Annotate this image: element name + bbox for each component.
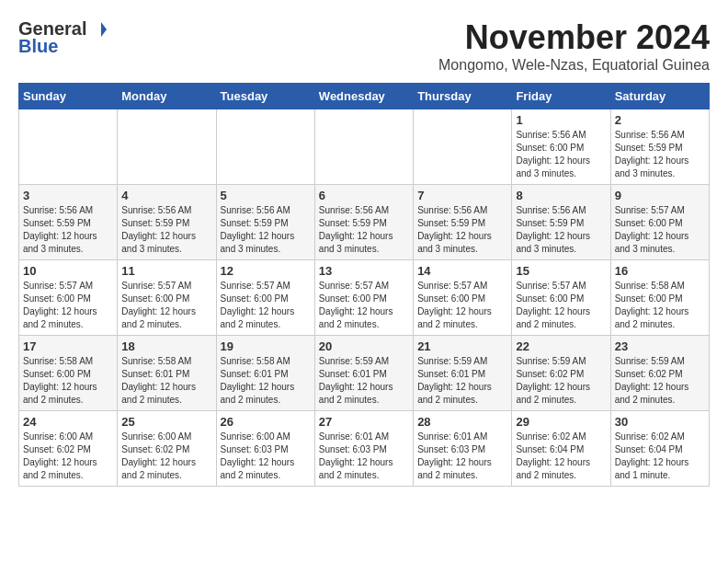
cell-info: Sunrise: 5:59 AM Sunset: 6:01 PM Dayligh…: [319, 355, 409, 407]
location-title: Mongomo, Wele-Nzas, Equatorial Guinea: [438, 57, 710, 74]
day-number: 17: [23, 339, 113, 353]
day-number: 2: [615, 113, 705, 127]
week-row-0: 1Sunrise: 5:56 AM Sunset: 6:00 PM Daylig…: [19, 109, 710, 185]
cell-info: Sunrise: 6:00 AM Sunset: 6:02 PM Dayligh…: [121, 431, 211, 482]
cell-info: Sunrise: 5:57 AM Sunset: 6:00 PM Dayligh…: [121, 280, 211, 331]
day-number: 28: [417, 415, 507, 429]
calendar-cell: 7Sunrise: 5:56 AM Sunset: 5:59 PM Daylig…: [414, 185, 512, 260]
cell-info: Sunrise: 5:56 AM Sunset: 6:00 PM Dayligh…: [516, 129, 606, 180]
cell-info: Sunrise: 5:58 AM Sunset: 6:01 PM Dayligh…: [221, 355, 311, 407]
day-number: 7: [417, 189, 507, 202]
weekday-header-saturday: Saturday: [610, 84, 709, 109]
day-number: 19: [221, 339, 311, 353]
calendar-cell: 30Sunrise: 6:02 AM Sunset: 6:04 PM Dayli…: [610, 411, 709, 487]
day-number: 24: [23, 415, 113, 429]
cell-info: Sunrise: 6:01 AM Sunset: 6:03 PM Dayligh…: [319, 431, 409, 482]
calendar-cell: 18Sunrise: 5:58 AM Sunset: 6:01 PM Dayli…: [118, 336, 216, 411]
calendar-cell: 17Sunrise: 5:58 AM Sunset: 6:00 PM Dayli…: [19, 336, 118, 411]
day-number: 25: [121, 415, 211, 429]
day-number: 22: [516, 339, 606, 353]
logo: General Blue: [18, 18, 107, 57]
calendar-cell: 10Sunrise: 5:57 AM Sunset: 6:00 PM Dayli…: [19, 260, 118, 336]
calendar-cell: 21Sunrise: 5:59 AM Sunset: 6:01 PM Dayli…: [414, 336, 512, 411]
weekday-header-sunday: Sunday: [19, 84, 118, 109]
weekday-header-monday: Monday: [118, 84, 216, 109]
day-number: 9: [615, 189, 705, 202]
weekday-header-friday: Friday: [512, 84, 610, 109]
header: General Blue November 2024 Mongomo, Wele…: [18, 18, 710, 74]
cell-info: Sunrise: 5:58 AM Sunset: 6:00 PM Dayligh…: [23, 355, 113, 407]
calendar-table: SundayMondayTuesdayWednesdayThursdayFrid…: [18, 83, 710, 487]
cell-info: Sunrise: 6:00 AM Sunset: 6:03 PM Dayligh…: [221, 431, 311, 482]
cell-info: Sunrise: 5:57 AM Sunset: 6:00 PM Dayligh…: [23, 280, 113, 331]
cell-info: Sunrise: 5:58 AM Sunset: 6:01 PM Dayligh…: [121, 355, 211, 407]
calendar-cell: [414, 109, 512, 185]
calendar-cell: 28Sunrise: 6:01 AM Sunset: 6:03 PM Dayli…: [414, 411, 512, 487]
day-number: 23: [615, 339, 705, 353]
cell-info: Sunrise: 6:01 AM Sunset: 6:03 PM Dayligh…: [417, 431, 507, 482]
day-number: 30: [615, 415, 705, 429]
day-number: 29: [516, 415, 606, 429]
cell-info: Sunrise: 6:02 AM Sunset: 6:04 PM Dayligh…: [615, 431, 705, 482]
day-number: 15: [516, 264, 606, 278]
week-row-4: 24Sunrise: 6:00 AM Sunset: 6:02 PM Dayli…: [19, 411, 710, 487]
cell-info: Sunrise: 5:57 AM Sunset: 6:00 PM Dayligh…: [615, 204, 705, 256]
calendar-cell: 3Sunrise: 5:56 AM Sunset: 5:59 PM Daylig…: [19, 185, 118, 260]
calendar-cell: [19, 109, 118, 185]
cell-info: Sunrise: 5:56 AM Sunset: 5:59 PM Dayligh…: [615, 129, 705, 180]
calendar-cell: 5Sunrise: 5:56 AM Sunset: 5:59 PM Daylig…: [216, 185, 314, 260]
calendar-cell: 16Sunrise: 5:58 AM Sunset: 6:00 PM Dayli…: [610, 260, 709, 336]
cell-info: Sunrise: 5:58 AM Sunset: 6:00 PM Dayligh…: [615, 280, 705, 331]
weekday-header-row: SundayMondayTuesdayWednesdayThursdayFrid…: [19, 84, 710, 109]
day-number: 13: [319, 264, 409, 278]
cell-info: Sunrise: 5:57 AM Sunset: 6:00 PM Dayligh…: [417, 280, 507, 331]
weekday-header-wednesday: Wednesday: [314, 84, 413, 109]
calendar-cell: 27Sunrise: 6:01 AM Sunset: 6:03 PM Dayli…: [314, 411, 413, 487]
week-row-1: 3Sunrise: 5:56 AM Sunset: 5:59 PM Daylig…: [19, 185, 710, 260]
calendar-cell: 6Sunrise: 5:56 AM Sunset: 5:59 PM Daylig…: [314, 185, 413, 260]
week-row-3: 17Sunrise: 5:58 AM Sunset: 6:00 PM Dayli…: [19, 336, 710, 411]
day-number: 4: [121, 189, 211, 202]
calendar-cell: 19Sunrise: 5:58 AM Sunset: 6:01 PM Dayli…: [216, 336, 314, 411]
calendar-cell: 29Sunrise: 6:02 AM Sunset: 6:04 PM Dayli…: [512, 411, 610, 487]
cell-info: Sunrise: 5:57 AM Sunset: 6:00 PM Dayligh…: [221, 280, 311, 331]
weekday-header-thursday: Thursday: [414, 84, 512, 109]
calendar-cell: 25Sunrise: 6:00 AM Sunset: 6:02 PM Dayli…: [118, 411, 216, 487]
cell-info: Sunrise: 6:00 AM Sunset: 6:02 PM Dayligh…: [23, 431, 113, 482]
day-number: 16: [615, 264, 705, 278]
day-number: 12: [221, 264, 311, 278]
cell-info: Sunrise: 5:57 AM Sunset: 6:00 PM Dayligh…: [516, 280, 606, 331]
day-number: 14: [417, 264, 507, 278]
week-row-2: 10Sunrise: 5:57 AM Sunset: 6:00 PM Dayli…: [19, 260, 710, 336]
calendar-cell: 9Sunrise: 5:57 AM Sunset: 6:00 PM Daylig…: [610, 185, 709, 260]
calendar-cell: 1Sunrise: 5:56 AM Sunset: 6:00 PM Daylig…: [512, 109, 610, 185]
calendar-cell: 2Sunrise: 5:56 AM Sunset: 5:59 PM Daylig…: [610, 109, 709, 185]
day-number: 6: [319, 189, 409, 202]
cell-info: Sunrise: 5:56 AM Sunset: 5:59 PM Dayligh…: [23, 204, 113, 256]
cell-info: Sunrise: 5:56 AM Sunset: 5:59 PM Dayligh…: [516, 204, 606, 256]
cell-info: Sunrise: 5:57 AM Sunset: 6:00 PM Dayligh…: [319, 280, 409, 331]
calendar-cell: [118, 109, 216, 185]
calendar-cell: 15Sunrise: 5:57 AM Sunset: 6:00 PM Dayli…: [512, 260, 610, 336]
day-number: 27: [319, 415, 409, 429]
calendar-cell: 4Sunrise: 5:56 AM Sunset: 5:59 PM Daylig…: [118, 185, 216, 260]
weekday-header-tuesday: Tuesday: [216, 84, 314, 109]
calendar-cell: 24Sunrise: 6:00 AM Sunset: 6:02 PM Dayli…: [19, 411, 118, 487]
title-area: November 2024 Mongomo, Wele-Nzas, Equato…: [438, 18, 710, 74]
cell-info: Sunrise: 5:56 AM Sunset: 5:59 PM Dayligh…: [221, 204, 311, 256]
cell-info: Sunrise: 5:59 AM Sunset: 6:01 PM Dayligh…: [417, 355, 507, 407]
logo-icon: [88, 20, 107, 39]
calendar-cell: 11Sunrise: 5:57 AM Sunset: 6:00 PM Dayli…: [118, 260, 216, 336]
calendar-cell: 20Sunrise: 5:59 AM Sunset: 6:01 PM Dayli…: [314, 336, 413, 411]
day-number: 18: [121, 339, 211, 353]
calendar-cell: 22Sunrise: 5:59 AM Sunset: 6:02 PM Dayli…: [512, 336, 610, 411]
month-title: November 2024: [438, 18, 710, 57]
day-number: 5: [221, 189, 311, 202]
day-number: 1: [516, 113, 606, 127]
logo-blue: Blue: [18, 36, 58, 57]
day-number: 8: [516, 189, 606, 202]
calendar-cell: 14Sunrise: 5:57 AM Sunset: 6:00 PM Dayli…: [414, 260, 512, 336]
day-number: 3: [23, 189, 113, 202]
cell-info: Sunrise: 5:59 AM Sunset: 6:02 PM Dayligh…: [516, 355, 606, 407]
calendar-cell: 23Sunrise: 5:59 AM Sunset: 6:02 PM Dayli…: [610, 336, 709, 411]
